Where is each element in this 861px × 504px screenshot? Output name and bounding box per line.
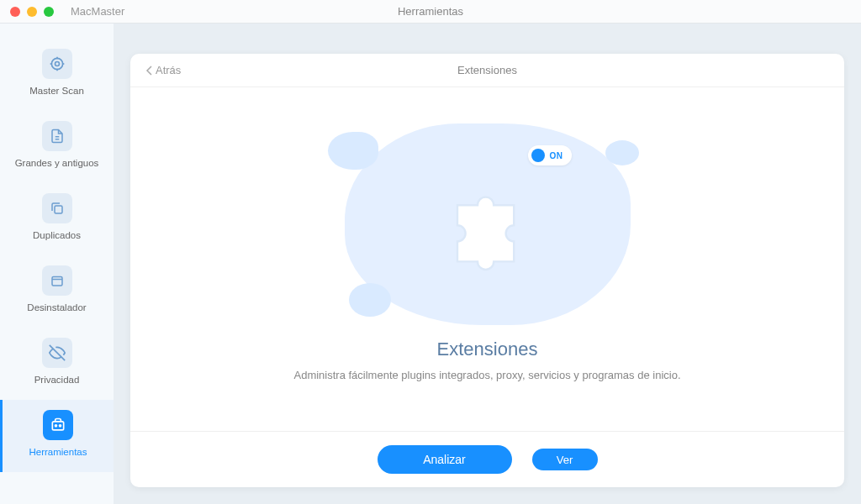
sidebar-item-label: Master Scan (29, 86, 84, 96)
sidebar-item-tools[interactable]: Herramientas (0, 400, 114, 472)
svg-rect-9 (52, 277, 62, 286)
target-icon (42, 49, 72, 79)
analyze-button[interactable]: Analizar (378, 445, 512, 474)
svg-point-13 (60, 425, 61, 427)
titlebar: MacMaster Herramientas (0, 0, 861, 24)
panel-description: Administra fácilmente plugins integrados… (293, 369, 680, 381)
chevron-left-icon (145, 66, 154, 76)
svg-point-0 (51, 58, 62, 69)
files-icon (42, 193, 72, 223)
card-header: Atrás Extensiones (130, 54, 844, 87)
content-area: Atrás Extensiones ON (114, 24, 861, 504)
sidebar-item-label: Privacidad (34, 375, 80, 385)
tool-icon (43, 410, 73, 440)
toggle-state-label: ON (550, 151, 563, 160)
window-title: Herramientas (398, 5, 463, 18)
svg-point-12 (55, 425, 57, 427)
sidebar: Master Scan Grandes y antiguos Duplicado… (0, 24, 114, 504)
card-body: ON Extensiones Administra fácilmente plu… (130, 87, 844, 431)
svg-point-1 (55, 62, 59, 66)
sidebar-item-label: Desinstalador (27, 302, 86, 312)
sidebar-item-label: Grandes y antiguos (15, 158, 99, 168)
sidebar-item-uninstaller[interactable]: Desinstalador (0, 255, 114, 328)
card-title: Extensiones (457, 64, 517, 76)
svg-rect-11 (52, 422, 63, 430)
file-icon (42, 121, 72, 151)
box-icon (42, 265, 72, 296)
maximize-icon[interactable] (44, 7, 54, 17)
close-icon[interactable] (10, 7, 20, 17)
app-name: MacMaster (71, 5, 124, 18)
sidebar-item-label: Herramientas (29, 447, 87, 457)
back-label: Atrás (156, 64, 181, 76)
minimize-icon[interactable] (27, 7, 37, 17)
traffic-lights (10, 7, 54, 17)
sidebar-item-label: Duplicados (33, 230, 81, 240)
sidebar-item-duplicates[interactable]: Duplicados (0, 183, 114, 255)
panel-heading: Extensiones (437, 339, 538, 360)
puzzle-icon (437, 180, 538, 281)
extensions-illustration: ON (320, 115, 656, 333)
sidebar-item-master-scan[interactable]: Master Scan (0, 39, 114, 111)
sidebar-item-large-old[interactable]: Grandes y antiguos (0, 111, 114, 183)
main-layout: Master Scan Grandes y antiguos Duplicado… (0, 24, 861, 504)
eye-off-icon (42, 338, 72, 368)
on-toggle-badge: ON (528, 145, 572, 165)
card-footer: Analizar Ver (130, 431, 844, 487)
svg-rect-8 (55, 206, 62, 213)
extensions-card: Atrás Extensiones ON (130, 54, 844, 487)
back-button[interactable]: Atrás (145, 64, 181, 76)
view-button[interactable]: Ver (532, 449, 598, 470)
sidebar-item-privacy[interactable]: Privacidad (0, 328, 114, 400)
